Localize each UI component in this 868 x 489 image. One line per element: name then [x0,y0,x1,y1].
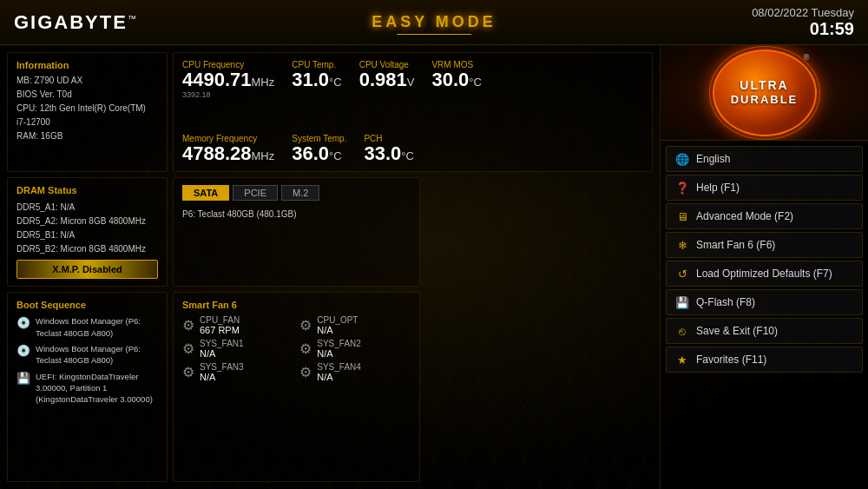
left-area: Information MB: Z790 UD AX BIOS Ver. T0d… [0,45,660,489]
fan-item: ⚙ SYS_FAN1 N/A [182,339,293,359]
pch-value: 33.0°C [364,143,413,164]
sidebar-icon-saveexit: ⎋ [675,324,689,338]
ud-text-ultra: ULTRA [740,79,788,92]
sidebar-item-help[interactable]: ❓ Help (F1) [666,175,863,201]
sidebar-item-smartfan[interactable]: ❄ Smart Fan 6 (F6) [666,232,863,258]
sidebar-icon-favorites: ★ [675,353,689,367]
xmp-bar[interactable]: X.M.P. Disabled [16,260,158,279]
fan-info: SYS_FAN2 N/A [317,339,361,359]
boot-title: Boot Sequence [16,300,158,310]
fan-icon: ⚙ [299,340,312,357]
sys-temp-value: 36.0°C [292,143,346,164]
fan-icon: ⚙ [299,364,312,380]
registered-icon: ® [804,53,810,62]
storage-panel: SATA PCIE M.2 P6: Teclast 480GB (480.1GB… [173,177,420,287]
fan-value: 667 RPM [200,325,240,335]
header: GIGABYTE™ EASY MODE 08/02/2022 Tuesday 0… [0,0,868,45]
sidebar-icon-advanced: 🖥 [675,209,689,223]
tab-pcie[interactable]: PCIE [233,185,278,201]
sidebar-item-qflash[interactable]: 💾 Q-Flash (F8) [666,289,863,315]
fan-name: SYS_FAN1 [200,339,244,348]
bottom-row: Boot Sequence 💿 Windows Boot Manager (P6… [7,292,653,482]
info-title: Information [16,60,158,70]
empty-area [425,177,654,287]
info-bios: BIOS Ver. T0d [16,88,158,102]
storage-tabs: SATA PCIE M.2 [182,185,411,201]
cpu-freq-value: 4490.71MHz [182,69,274,90]
dram-content: DDR5_A1: N/ADDR5_A2: Micron 8GB 4800MHzD… [16,201,158,256]
sidebar-label-defaults: Load Optimized Defaults (F7) [696,268,832,280]
fan-info: SYS_FAN1 N/A [200,339,244,359]
cpu-volt-value: 0.981V [359,69,415,90]
storage-device: P6: Teclast 480GB (480.1GB) [182,208,411,221]
fan-panel: Smart Fan 6 ⚙ CPU_FAN 667 RPM ⚙ CPU_OPT … [173,292,420,482]
fan-name: SYS_FAN2 [317,339,361,348]
boot-panel: Boot Sequence 💿 Windows Boot Manager (P6… [7,292,168,482]
dram-slot: DDR5_A2: Micron 8GB 4800MHz [16,215,158,228]
boot-item: 💿 Windows Boot Manager (P6: Teclast 480G… [16,315,158,339]
info-mb: MB: Z790 UD AX [16,74,158,88]
fan-value: N/A [317,325,358,335]
fan-info: SYS_FAN3 N/A [200,362,244,382]
mem-freq-value: 4788.28MHz [182,143,274,164]
sidebar-icon-smartfan: ❄ [675,238,689,252]
header-datetime: 08/02/2022 Tuesday 01:59 [752,6,854,39]
sidebar-item-favorites[interactable]: ★ Favorites (F11) [666,347,863,373]
tab-sata[interactable]: SATA [182,185,229,201]
logo: GIGABYTE™ [14,13,138,32]
fan-item: ⚙ SYS_FAN4 N/A [299,362,410,382]
tab-m2[interactable]: M.2 [281,185,319,201]
boot-item-label: Windows Boot Manager (P6: Teclast 480GB … [36,343,158,367]
fan-value: N/A [317,348,361,359]
fan-value: N/A [317,372,361,382]
right-sidebar: ULTRA DURABLE ® 🌐 English ❓ Help (F1) 🖥 … [660,45,868,489]
sidebar-icon-qflash: 💾 [675,295,689,309]
fan-item: ⚙ SYS_FAN3 N/A [182,362,293,382]
fan-icon: ⚙ [182,340,194,357]
info-panel: Information MB: Z790 UD AX BIOS Ver. T0d… [7,52,168,172]
ud-text-durable: DURABLE [731,93,799,106]
sidebar-icon-help: ❓ [675,181,689,195]
cpu-freq-sub: 3392.18 [182,90,274,99]
cpu-freq-stat: CPU Frequency 4490.71MHz 3392.18 [182,60,274,99]
sidebar-menu: 🌐 English ❓ Help (F1) 🖥 Advanced Mode (F… [661,141,868,489]
info-ram: RAM: 16GB [16,129,158,143]
fan-icon: ⚙ [299,317,312,334]
fan-icon: ⚙ [182,317,194,334]
sidebar-item-advanced[interactable]: 🖥 Advanced Mode (F2) [666,203,863,229]
pch-stat: PCH 33.0°C [364,134,413,164]
dram-slot: DDR5_A1: N/A [16,201,158,215]
info-cpu: CPU: 12th Gen Intel(R) Core(TM) [16,102,158,116]
fan-title: Smart Fan 6 [182,300,411,310]
fan-info: CPU_FAN 667 RPM [200,315,240,335]
sidebar-label-help: Help (F1) [696,182,740,194]
boot-item-label: Windows Boot Manager (P6: Teclast 480GB … [36,315,158,339]
middle-row: DRAM Status DDR5_A1: N/ADDR5_A2: Micron … [7,177,653,287]
fan-name: SYS_FAN3 [200,362,244,372]
fan-name: CPU_OPT [317,315,358,325]
sidebar-label-english: English [696,153,730,165]
top-row: Information MB: Z790 UD AX BIOS Ver. T0d… [7,52,653,172]
sidebar-label-smartfan: Smart Fan 6 (F6) [696,239,775,251]
storage-devices: P6: Teclast 480GB (480.1GB) [182,208,411,221]
main-content: Information MB: Z790 UD AX BIOS Ver. T0d… [0,45,868,489]
sidebar-item-defaults[interactable]: ↺ Load Optimized Defaults (F7) [666,261,863,287]
fan-item: ⚙ SYS_FAN2 N/A [299,339,410,359]
fan-item: ⚙ CPU_FAN 667 RPM [182,315,293,335]
ultra-durable-logo: ULTRA DURABLE ® [713,50,817,136]
vrm-stat: VRM MOS 30.0°C [431,60,481,99]
sidebar-item-saveexit[interactable]: ⎋ Save & Exit (F10) [666,318,863,344]
boot-item: 💾 UEFI: KingstonDataTraveler 3.00000, Pa… [16,371,158,406]
info-content: MB: Z790 UD AX BIOS Ver. T0d CPU: 12th G… [16,74,158,143]
cpu-temp-value: 31.0°C [292,69,341,90]
cpu-temp-stat: CPU Temp. 31.0°C [292,60,341,99]
cpu-volt-stat: CPU Voltage 0.981V [359,60,415,99]
header-title: EASY MODE [372,13,496,31]
dram-slot: DDR5_B1: N/A [16,228,158,242]
fan-value: N/A [200,348,244,359]
boot-item: 💿 Windows Boot Manager (P6: Teclast 480G… [16,343,158,367]
sidebar-item-english[interactable]: 🌐 English [666,146,863,172]
ultra-durable-area: ULTRA DURABLE ® [661,45,868,141]
header-date: 08/02/2022 Tuesday [752,6,854,19]
empty-area-2 [425,292,654,482]
